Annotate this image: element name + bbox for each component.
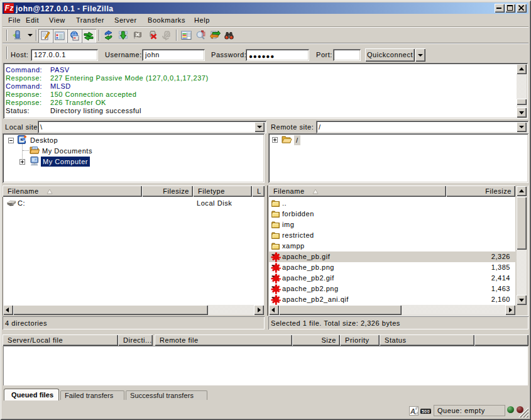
svg-text:Fz: Fz [5,4,14,13]
svg-text:500: 500 [422,409,430,414]
